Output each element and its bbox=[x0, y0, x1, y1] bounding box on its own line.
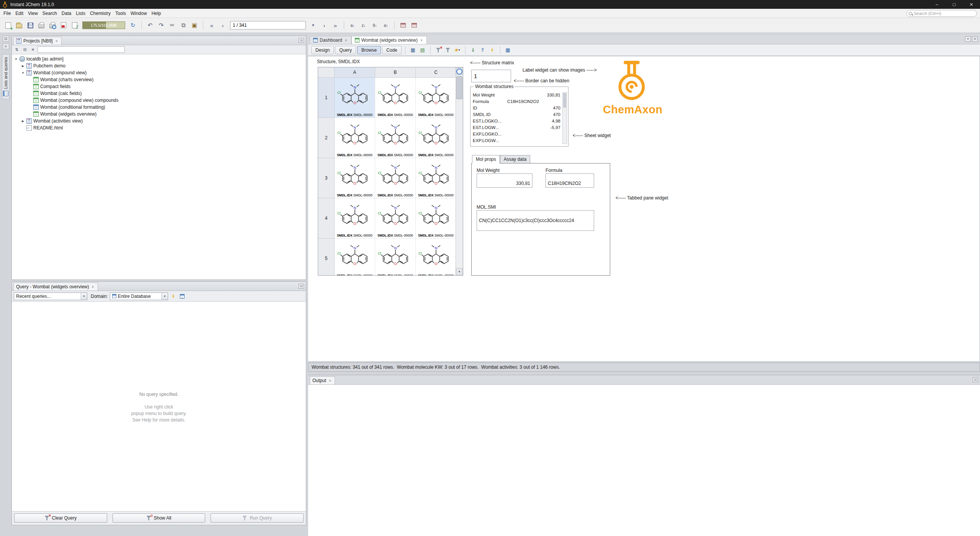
matrix-cell-B1[interactable]: N O Cl SMDL.IDX SMDL-00000 bbox=[375, 78, 416, 118]
query-tab[interactable]: Query - Wombat (widgets overview) bbox=[13, 283, 98, 291]
sheet-widget[interactable]: Wombat structures Mol Weight330,81 Formu… bbox=[470, 87, 568, 147]
menu-tools[interactable]: Tools bbox=[113, 10, 128, 17]
browse-mode-button[interactable]: Browse bbox=[357, 46, 381, 54]
matrix-cell-A4[interactable]: N O Cl SMDL.IDX SMDL-00000 bbox=[335, 198, 375, 239]
query-mode-button[interactable]: Query bbox=[335, 46, 356, 54]
sort-descending-icon[interactable] bbox=[359, 20, 369, 30]
expander-icon[interactable] bbox=[14, 57, 18, 61]
matrix-row-header-1[interactable]: 1 bbox=[318, 78, 335, 118]
search-input[interactable] bbox=[914, 11, 977, 16]
matrix-cell-C4[interactable]: N O Cl SMDL.IDX SMDL-00000 bbox=[416, 198, 456, 239]
last-record-icon[interactable]: » bbox=[330, 20, 340, 30]
scroll-down-icon[interactable] bbox=[456, 268, 463, 275]
export-data-icon[interactable] bbox=[70, 20, 80, 30]
next-record-icon[interactable]: › bbox=[319, 20, 329, 30]
sheet-row[interactable]: EXP.LOGW... bbox=[473, 137, 560, 144]
menu-window[interactable]: Window bbox=[128, 10, 149, 17]
expander-icon[interactable] bbox=[21, 64, 25, 68]
tree-item-compact-fields[interactable]: Compact fields bbox=[12, 83, 306, 90]
sheet-row[interactable]: EST.LOGW...-5,97 bbox=[473, 124, 560, 131]
sheet-row[interactable]: ID470 bbox=[473, 105, 560, 111]
design-mode-button[interactable]: Design bbox=[311, 46, 334, 54]
matrix-cell-A3[interactable]: N O Cl SMDL.IDX SMDL-00000 bbox=[335, 158, 375, 198]
close-icon[interactable] bbox=[328, 379, 332, 383]
projects-filter-input[interactable] bbox=[38, 46, 125, 53]
matrix-cell-B4[interactable]: N O Cl SMDL.IDX SMDL-00000 bbox=[375, 198, 416, 239]
scroll-thumb[interactable] bbox=[456, 76, 462, 99]
record-position-field[interactable] bbox=[230, 21, 306, 29]
tab-dashboard[interactable]: Dashboard bbox=[310, 36, 351, 44]
filter-icon[interactable] bbox=[444, 46, 452, 54]
code-mode-button[interactable]: Code bbox=[382, 46, 402, 54]
save-all-icon[interactable] bbox=[25, 20, 35, 30]
restore-window-icon[interactable]: ⊡ bbox=[3, 36, 9, 42]
form-view-icon[interactable]: ▤ bbox=[418, 46, 427, 54]
recent-queries-combo[interactable]: Recent queries... bbox=[14, 293, 87, 300]
maximize-button[interactable] bbox=[946, 0, 963, 9]
matrix-cell-C3[interactable]: N O Cl SMDL.IDX SMDL-00000 bbox=[416, 158, 456, 198]
tab-list-icon[interactable]: ▾ bbox=[965, 36, 971, 42]
quick-search[interactable] bbox=[906, 10, 977, 17]
tree-item-wombat-activities-view[interactable]: Wombat (activities view) bbox=[12, 118, 306, 124]
matrix-cell-B3[interactable]: N O Cl SMDL.IDX SMDL-00000 bbox=[375, 158, 416, 198]
tree-item-wombat-compound-view[interactable]: Wombat (compound view) bbox=[12, 69, 306, 76]
memory-indicator[interactable]: 175.5/316.0MB bbox=[82, 21, 125, 29]
tree-item-readme[interactable]: README.html bbox=[12, 124, 306, 131]
export-pdf-icon[interactable] bbox=[59, 20, 69, 30]
menu-view[interactable]: View bbox=[26, 10, 40, 17]
matrix-row-header-3[interactable]: 3 bbox=[318, 158, 335, 198]
structure-matrix[interactable]: ABC 1 N O Cl SMDL.IDX SMDL-00000 bbox=[318, 67, 463, 276]
previous-record-icon[interactable]: ‹ bbox=[218, 20, 228, 30]
projects-tab[interactable]: Projects [NB9] bbox=[13, 37, 62, 45]
menu-search[interactable]: Search bbox=[40, 10, 59, 17]
matrix-cell-B2[interactable]: N O Cl SMDL.IDX SMDL-00000 bbox=[375, 118, 416, 158]
formula-field[interactable]: C18H19ClN2O2 bbox=[546, 173, 594, 188]
minimize-button[interactable] bbox=[928, 0, 946, 9]
sort-ascending-icon[interactable] bbox=[348, 20, 358, 30]
tree-item-localdb[interactable]: localdb [as admin] bbox=[12, 56, 306, 62]
tab-wombat-widgets-overview[interactable]: Wombat (widgets overview) bbox=[351, 36, 427, 44]
sort-projects-icon[interactable]: ⇅ bbox=[13, 46, 20, 53]
menu-data[interactable]: Data bbox=[59, 10, 74, 17]
matrix-row-header-4[interactable]: 4 bbox=[318, 198, 335, 239]
close-icon[interactable] bbox=[91, 285, 95, 289]
menu-edit[interactable]: Edit bbox=[13, 10, 26, 17]
close-icon[interactable] bbox=[420, 38, 423, 42]
expander-icon[interactable] bbox=[21, 119, 25, 123]
clear-filter-projects-icon[interactable]: ✕ bbox=[29, 46, 36, 53]
matrix-corner[interactable] bbox=[318, 67, 335, 78]
tree-item-pubchem-demo[interactable]: Pubchem demo bbox=[12, 62, 306, 69]
sheet-row[interactable]: Mol Weight330,81 bbox=[473, 92, 560, 98]
tab-assay-data[interactable]: Assay data bbox=[500, 155, 530, 163]
matrix-col-header-B[interactable]: B bbox=[375, 67, 416, 78]
copy-icon[interactable]: ⧉ bbox=[178, 20, 188, 30]
matrix-cell-C5[interactable]: N O Cl SMDL.IDX SMDL-00000 bbox=[416, 239, 456, 275]
matrix-row-header-5[interactable]: 5 bbox=[318, 239, 335, 275]
float-window-icon[interactable] bbox=[299, 284, 304, 289]
grid-view-icon[interactable]: ▦ bbox=[409, 46, 417, 54]
close-icon[interactable] bbox=[55, 39, 59, 43]
collapse-all-icon[interactable]: ⊟ bbox=[21, 46, 28, 53]
run-query-button[interactable]: Run Query bbox=[211, 513, 304, 523]
tree-item-wombat-compound-view-compounds[interactable]: Wombat (compound view) compounds bbox=[12, 97, 306, 104]
export-table-icon[interactable]: ⇓ bbox=[469, 46, 477, 54]
paste-icon[interactable]: ▣ bbox=[189, 20, 199, 30]
clone-window-icon[interactable] bbox=[409, 20, 419, 30]
garbage-collect-icon[interactable]: ↻ bbox=[128, 20, 138, 30]
sheet-row[interactable]: SMDL.ID470 bbox=[473, 111, 560, 118]
show-all-button[interactable]: Show All bbox=[113, 513, 206, 523]
matrix-cell-C1[interactable]: N O Cl SMDL.IDX SMDL-00000 bbox=[416, 78, 456, 118]
query-canvas[interactable]: No query specified. Use right click popu… bbox=[12, 302, 306, 511]
lists-and-queries-tab[interactable]: Lists and queries bbox=[2, 54, 10, 99]
close-icon[interactable] bbox=[344, 38, 348, 42]
matrix-cell-B5[interactable]: N O Cl SMDL.IDX SMDL-00000 bbox=[375, 239, 416, 275]
domain-combo[interactable]: Entire Database bbox=[110, 293, 168, 300]
lightning-icon[interactable] bbox=[488, 46, 497, 54]
favorites-star-icon[interactable]: ★▼ bbox=[453, 46, 462, 54]
cut-icon[interactable]: ✂ bbox=[167, 20, 177, 30]
print-icon[interactable] bbox=[36, 20, 46, 30]
expander-icon[interactable] bbox=[21, 71, 25, 75]
tab-mol-props[interactable]: Mol props bbox=[472, 155, 500, 163]
scroll-thumb[interactable] bbox=[563, 93, 566, 108]
new-item-icon[interactable] bbox=[3, 20, 13, 30]
